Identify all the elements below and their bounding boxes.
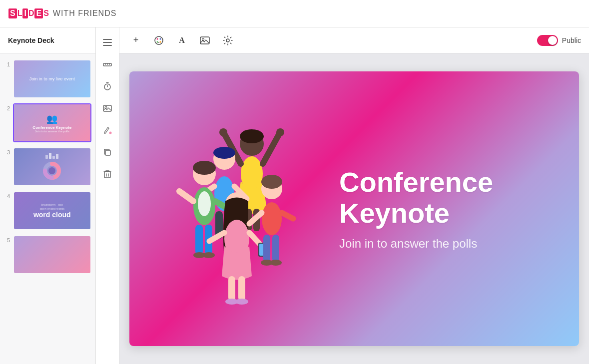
slide-number-1: 1 <box>4 61 10 67</box>
thumb-inner-3 <box>14 148 90 185</box>
toggle-container: Public <box>537 35 581 46</box>
slide-item-4[interactable]: 4 brainstorm textopen-ended words word c… <box>4 191 91 230</box>
svg-rect-6 <box>103 45 112 46</box>
slide-2-title: Conference Keynote <box>32 125 71 130</box>
logo-with-friends: WITH FRIENDS <box>53 9 117 18</box>
svg-point-53 <box>203 252 215 258</box>
svg-rect-13 <box>103 105 111 111</box>
deck-title: Keynote Deck <box>0 27 95 53</box>
svg-point-65 <box>261 175 282 189</box>
logo-d: D <box>28 9 34 18</box>
svg-point-14 <box>105 106 107 108</box>
text-button[interactable]: A <box>173 32 190 49</box>
svg-rect-5 <box>103 42 112 43</box>
deck-sidebar: Keynote Deck 1 Join in to my live event … <box>0 27 96 364</box>
center-toolbar <box>96 27 119 364</box>
svg-line-48 <box>179 191 193 201</box>
slide-item-3[interactable]: 3 <box>4 147 91 186</box>
logo: S L I D E S WITH FRIENDS <box>8 8 116 18</box>
slide-thumb-5[interactable] <box>13 235 91 274</box>
svg-point-15 <box>109 132 111 134</box>
slide-item-1[interactable]: 1 Join in to my live event <box>4 59 91 98</box>
svg-point-33 <box>219 128 227 136</box>
palette-button[interactable] <box>150 32 167 49</box>
people-illustration <box>159 104 309 314</box>
slides-list: 1 Join in to my live event 2 👥 Conferenc… <box>0 53 95 364</box>
slide-canvas: Conference Keynote Join in to answer the… <box>129 71 579 346</box>
image-icon[interactable] <box>98 99 116 117</box>
content-toolbar: + A <box>119 27 589 53</box>
svg-rect-69 <box>263 235 270 262</box>
fill-icon[interactable] <box>98 121 116 139</box>
logo-s2: S <box>43 9 49 18</box>
slide-canvas-area: Conference Keynote Join in to answer the… <box>119 53 589 364</box>
public-toggle[interactable] <box>537 35 558 46</box>
slide-subtitle: Join in to answer the polls <box>339 237 549 251</box>
slide-3-content <box>14 148 90 185</box>
slide-item-2[interactable]: 2 👥 Conference Keynote Join in to answer… <box>4 103 91 142</box>
slide-2-content: 👥 Conference Keynote Join in to answer t… <box>14 104 90 141</box>
svg-rect-16 <box>105 150 110 155</box>
slide-1-text: Join in to my live event <box>27 74 77 83</box>
svg-point-23 <box>157 41 158 42</box>
content-area: + A <box>119 27 589 364</box>
public-label: Public <box>562 36 581 44</box>
slide-thumb-3[interactable] <box>13 147 91 186</box>
delete-icon[interactable] <box>98 165 116 183</box>
svg-point-34 <box>276 128 284 136</box>
svg-point-20 <box>155 36 163 44</box>
settings-button[interactable] <box>219 32 236 49</box>
donut-chart <box>42 161 62 181</box>
mini-chart-bars <box>45 153 58 159</box>
svg-rect-70 <box>272 235 279 262</box>
svg-point-3 <box>48 167 55 174</box>
thumb-inner-1: Join in to my live event <box>14 60 90 97</box>
svg-rect-25 <box>200 37 209 44</box>
duplicate-icon[interactable] <box>98 143 116 161</box>
slide-item-5[interactable]: 5 <box>4 235 91 274</box>
logo-i: I <box>22 8 27 18</box>
logo-s: S <box>8 8 17 18</box>
slide-illustration <box>159 104 319 314</box>
word-cloud-small: brainstorm textopen-ended words <box>39 203 64 211</box>
thumb-inner-2: 👥 Conference Keynote Join in to answer t… <box>14 104 90 141</box>
slide-title-text: Conference Keynote <box>339 166 493 229</box>
image-button[interactable] <box>196 32 213 49</box>
svg-rect-60 <box>228 276 235 301</box>
slide-number-4: 4 <box>4 193 10 199</box>
slide-text: Conference Keynote Join in to answer the… <box>319 167 549 250</box>
svg-point-27 <box>226 39 229 42</box>
toggle-knob <box>548 36 557 45</box>
slide-2-sub: Join in to answer the polls <box>35 130 69 133</box>
main-area: Keynote Deck 1 Join in to my live event … <box>0 27 589 364</box>
svg-point-29 <box>240 129 264 143</box>
hamburger-icon[interactable] <box>98 33 116 51</box>
svg-point-66 <box>262 202 282 235</box>
slide-content: Conference Keynote Join in to answer the… <box>129 71 579 346</box>
slide-thumb-1[interactable]: Join in to my live event <box>13 59 91 98</box>
timer-icon[interactable] <box>98 77 116 95</box>
svg-point-24 <box>160 41 161 42</box>
svg-point-45 <box>193 161 216 175</box>
svg-line-68 <box>282 213 293 219</box>
word-cloud-main: word cloud <box>33 211 71 219</box>
svg-point-38 <box>213 147 235 159</box>
svg-rect-50 <box>195 225 203 255</box>
slide-4-content: brainstorm textopen-ended words word clo… <box>14 192 90 229</box>
slide-thumb-2[interactable]: 👥 Conference Keynote Join in to answer t… <box>13 103 91 142</box>
svg-rect-61 <box>238 276 245 301</box>
ruler-icon[interactable] <box>98 55 116 73</box>
thumb-inner-4: brainstorm textopen-ended words word clo… <box>14 192 90 229</box>
top-bar: S L I D E S WITH FRIENDS <box>0 0 589 27</box>
svg-point-63 <box>235 299 248 305</box>
add-button[interactable]: + <box>127 32 144 49</box>
svg-point-22 <box>160 38 161 39</box>
slide-number-5: 5 <box>4 237 10 243</box>
svg-point-26 <box>202 38 204 40</box>
logo-slides-word: S L I D E S <box>8 8 49 18</box>
svg-point-47 <box>198 191 211 216</box>
svg-rect-4 <box>103 39 112 40</box>
slide-thumb-4[interactable]: brainstorm textopen-ended words word clo… <box>13 191 91 230</box>
slide-main-title: Conference Keynote <box>339 167 549 228</box>
logo-e: E <box>34 8 43 18</box>
